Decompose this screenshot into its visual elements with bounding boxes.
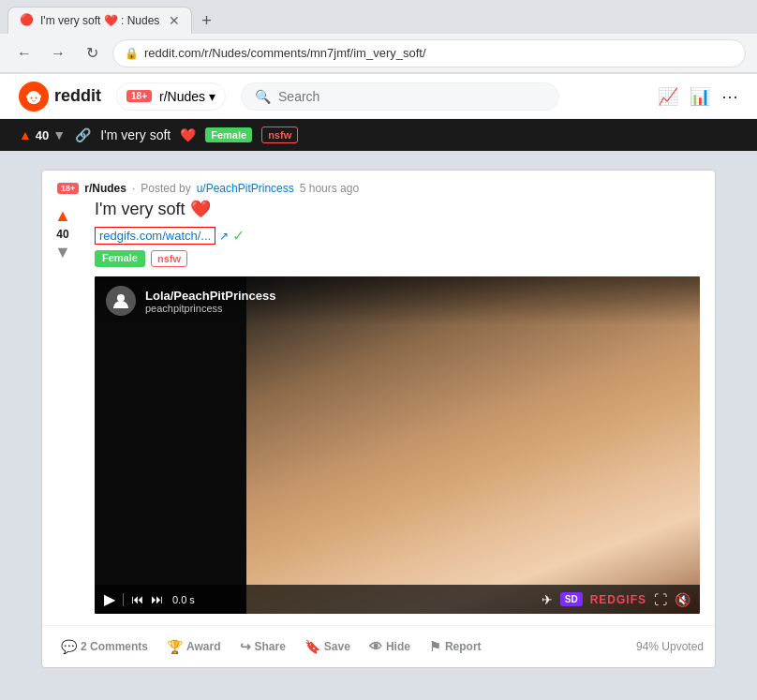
tag-row: Female nsfw — [95, 250, 700, 267]
send-button[interactable]: ✈ — [542, 592, 553, 607]
tab-title: I'm very soft ❤️ : Nudes — [40, 14, 159, 27]
heart-emoji-post: ❤️ — [190, 199, 211, 219]
video-frame — [95, 276, 700, 614]
new-tab-button[interactable]: + — [192, 6, 221, 37]
stats-icon[interactable]: 📊 — [690, 86, 710, 107]
active-tab[interactable]: 🔴 I'm very soft ❤️ : Nudes ✕ — [7, 7, 192, 34]
more-icon[interactable]: ⋯ — [721, 86, 738, 107]
address-bar: ← → ↻ 🔒 reddit.com/r/Nudes/comments/mn7j… — [0, 34, 757, 73]
tab-favicon: 🔴 — [20, 13, 35, 28]
share-button[interactable]: ↪ Share — [232, 633, 293, 660]
video-user-info: Lola/PeachPitPrincess peachpitprincess — [95, 276, 700, 325]
vote-arrows-bar: ▲ 40 ▼ — [19, 127, 66, 142]
subreddit-name: r/Nudes — [159, 89, 205, 104]
share-label: Share — [255, 640, 286, 653]
nsfw-tag-post[interactable]: nsfw — [151, 250, 187, 267]
female-tag-bar[interactable]: Female — [205, 127, 252, 142]
search-input[interactable] — [278, 89, 545, 104]
post-link-row: redgifs.com/watch/... ↗ ✓ — [95, 227, 700, 245]
header-icons: 📈 📊 ⋯ — [658, 86, 738, 107]
search-icon: 🔍 — [255, 89, 271, 104]
nsfw-badge-post: 18+ — [57, 183, 79, 194]
reddit-wordmark: reddit — [54, 86, 101, 106]
award-button[interactable]: 🏆 Award — [159, 633, 228, 660]
nsfw-tag-bar[interactable]: nsfw — [261, 127, 298, 143]
posted-by-text: Posted by — [141, 182, 190, 195]
save-button[interactable]: 🔖 Save — [297, 633, 358, 660]
dropdown-icon: ▾ — [209, 89, 215, 104]
link-icon-bar: 🔗 — [75, 127, 91, 142]
time-ago: 5 hours ago — [300, 182, 359, 195]
reddit-logo[interactable]: reddit — [19, 82, 101, 112]
external-link-icon: ↗ — [219, 230, 229, 243]
video-user-text: Lola/PeachPitPrincess peachpitprincess — [145, 289, 275, 314]
username-link[interactable]: u/PeachPitPrincess — [197, 182, 294, 195]
subreddit-link[interactable]: r/Nudes — [84, 182, 126, 195]
report-label: Report — [445, 640, 482, 653]
post-meta: 18+ r/Nudes · Posted by u/PeachPitPrince… — [42, 171, 715, 199]
forward-button[interactable]: → — [45, 40, 71, 67]
redgifs-label[interactable]: REDGIFS — [590, 593, 646, 606]
post-title: I'm very soft ❤️ — [95, 199, 700, 219]
refresh-button[interactable]: ↻ — [79, 40, 105, 67]
video-handle: peachpitprincess — [145, 303, 275, 314]
heart-emoji-bar: ❤️ — [180, 127, 196, 142]
report-button[interactable]: ⚑ Report — [422, 633, 489, 660]
downvote-arrow-bar[interactable]: ▼ — [52, 127, 66, 142]
skip-back-button[interactable]: ⏮ — [131, 592, 143, 606]
share-icon: ↪ — [240, 639, 251, 654]
upvote-percentage: 94% Upvoted — [636, 640, 704, 653]
url-text: reddit.com/r/Nudes/comments/mn7jmf/im_ve… — [144, 46, 426, 60]
post-content: I'm very soft ❤️ redgifs.com/watch/... ↗… — [80, 199, 715, 625]
post-link-url[interactable]: redgifs.com/watch/... — [95, 227, 215, 245]
browser-chrome: 🔴 I'm very soft ❤️ : Nudes ✕ + ← → ↻ 🔒 r… — [0, 0, 757, 74]
vote-sidebar: ▲ 40 ▼ — [42, 199, 80, 625]
post-header-bar: ▲ 40 ▼ 🔗 I'm very soft ❤️ Female nsfw — [0, 119, 757, 151]
video-player[interactable]: Lola/PeachPitPrincess peachpitprincess ▶… — [95, 276, 700, 614]
time-display: 0.0 s — [172, 594, 195, 605]
female-tag-post[interactable]: Female — [95, 250, 145, 267]
divider — [123, 593, 124, 606]
separator: · — [132, 182, 135, 195]
post-card: 18+ r/Nudes · Posted by u/PeachPitPrince… — [41, 170, 716, 668]
video-person — [246, 276, 701, 614]
tab-bar: 🔴 I'm very soft ❤️ : Nudes ✕ + — [0, 0, 757, 34]
svg-point-1 — [31, 97, 33, 98]
reddit-icon — [19, 82, 49, 112]
comments-icon: 💬 — [61, 639, 77, 654]
tab-close-button[interactable]: ✕ — [169, 13, 180, 28]
back-button[interactable]: ← — [11, 40, 37, 67]
skip-forward-button[interactable]: ⏭ — [151, 592, 163, 606]
save-label: Save — [324, 640, 350, 653]
trending-icon[interactable]: 📈 — [658, 86, 678, 107]
video-username: Lola/PeachPitPrincess — [145, 289, 275, 303]
svg-point-3 — [117, 294, 125, 302]
upvote-button[interactable]: ▲ — [54, 206, 71, 226]
award-icon: 🏆 — [167, 639, 183, 654]
video-controls: ▶ ⏮ ⏭ 0.0 s ✈ SD REDGIFS ⛶ 🔇 — [95, 585, 700, 614]
verified-icon: ✓ — [232, 227, 245, 245]
url-bar[interactable]: 🔒 reddit.com/r/Nudes/comments/mn7jmf/im_… — [112, 39, 746, 67]
vote-count: 40 — [56, 228, 68, 241]
comments-button[interactable]: 💬 2 Comments — [53, 633, 156, 660]
downvote-button[interactable]: ▼ — [54, 243, 71, 262]
subreddit-selector[interactable]: 18+ r/Nudes ▾ — [116, 82, 226, 111]
play-button[interactable]: ▶ — [104, 590, 115, 608]
nsfw-badge-header: 18+ — [126, 90, 152, 102]
fullscreen-button[interactable]: ⛶ — [654, 592, 667, 607]
post-body: ▲ 40 ▼ I'm very soft ❤️ redgifs.com/watc… — [42, 199, 715, 625]
report-icon: ⚑ — [429, 639, 441, 654]
vote-count-bar: 40 — [36, 128, 49, 142]
lock-icon: 🔒 — [125, 47, 139, 60]
sd-badge[interactable]: SD — [560, 592, 583, 606]
upvote-arrow-bar[interactable]: ▲ — [19, 127, 32, 142]
comments-label: 2 Comments — [81, 640, 148, 653]
search-bar[interactable]: 🔍 — [241, 82, 559, 111]
reddit-header: reddit 18+ r/Nudes ▾ 🔍 📈 📊 ⋯ — [0, 74, 757, 119]
post-title-bar: I'm very soft — [100, 127, 171, 142]
hide-button[interactable]: 👁 Hide — [362, 633, 418, 660]
save-icon: 🔖 — [304, 639, 320, 654]
award-label: Award — [186, 640, 220, 653]
main-content: 18+ r/Nudes · Posted by u/PeachPitPrince… — [32, 170, 725, 668]
volume-button[interactable]: 🔇 — [675, 592, 690, 607]
